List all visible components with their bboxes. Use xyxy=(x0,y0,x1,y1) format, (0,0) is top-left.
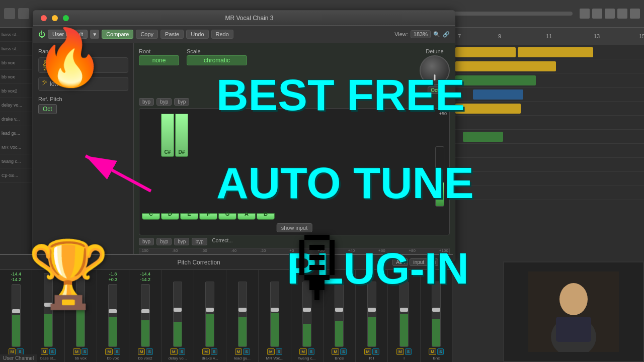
fire-emoji: 🔥 xyxy=(35,25,104,90)
ch-solo-2[interactable]: S xyxy=(49,348,56,355)
paste-button[interactable]: Paste xyxy=(160,30,184,39)
detune-oct-button[interactable]: Oct xyxy=(428,86,442,94)
copy-button[interactable]: Copy xyxy=(136,30,158,39)
daw-transport-4[interactable] xyxy=(617,9,627,19)
ch-fader-green-bnc xyxy=(432,319,440,346)
ch-fader-9[interactable] xyxy=(270,282,279,347)
ch-solo-bnce[interactable]: S xyxy=(340,348,347,355)
view-controls: View: 183% 🔍 🔗 xyxy=(394,30,450,38)
ch-solo-10[interactable]: S xyxy=(308,348,314,355)
byp-button-2[interactable]: byp xyxy=(156,98,172,106)
byp-button-1[interactable]: byp xyxy=(139,98,154,106)
redo-button[interactable]: Redo xyxy=(211,30,233,39)
ch-name-7: drake v... xyxy=(195,356,225,360)
zoom-icon[interactable]: 🔍 xyxy=(433,31,440,38)
root-value[interactable]: none xyxy=(139,55,179,65)
mixer-controls: Aux input ⊞ ≡ xyxy=(392,258,448,266)
minimize-button[interactable] xyxy=(52,15,58,21)
aux-button[interactable]: Aux xyxy=(392,258,408,266)
channel-strip-bnc: M S Bnc xyxy=(421,270,453,362)
ch-fader-8[interactable] xyxy=(238,282,247,347)
ch-solo-9[interactable]: S xyxy=(276,348,282,355)
pitch-meter-fill xyxy=(436,183,444,206)
byp-btn-2-3[interactable]: byp xyxy=(174,238,189,245)
ch-name-9: MR Voc... xyxy=(260,356,289,360)
daw-transport-3[interactable] xyxy=(605,9,615,19)
ch-fader-7[interactable] xyxy=(205,282,214,347)
ch-solo-i[interactable]: S xyxy=(405,348,412,355)
ch-solo-5[interactable]: S xyxy=(146,348,152,355)
ch-fader-handle-9 xyxy=(271,308,279,312)
ch-mute-4[interactable]: M xyxy=(105,348,113,355)
ch-mute-2[interactable]: M xyxy=(41,348,48,355)
daw-transport-1[interactable] xyxy=(580,9,590,19)
ch-fader-bnc[interactable] xyxy=(432,282,441,347)
ch-mute-8[interactable]: M xyxy=(235,348,243,355)
ch-fader-4[interactable] xyxy=(108,284,117,347)
ch-solo-4[interactable]: S xyxy=(114,348,120,355)
ch-buttons-2: M S xyxy=(41,348,56,355)
white-key-g[interactable]: G xyxy=(218,213,236,220)
ch-name-bnc: Bnc xyxy=(422,356,451,360)
white-key-f[interactable]: F xyxy=(199,213,217,220)
byp-btn-2-1[interactable]: byp xyxy=(139,238,154,245)
ch-mute-bnc[interactable]: M xyxy=(429,348,436,355)
byp-button-3[interactable]: byp xyxy=(174,98,189,106)
ch-name-ri: R I xyxy=(357,356,386,360)
ch-buttons-7: M S xyxy=(202,348,217,355)
ch-mute-3[interactable]: M xyxy=(73,348,80,355)
ch-mute-bnce[interactable]: M xyxy=(332,348,339,355)
ch-mute-7[interactable]: M xyxy=(202,348,210,355)
ch-fader-6[interactable] xyxy=(173,282,182,347)
daw-track-row-6 xyxy=(453,116,644,130)
plus50-label: +50 xyxy=(439,111,447,116)
maximize-button[interactable] xyxy=(63,15,69,21)
black-key-cs[interactable]: C# xyxy=(161,114,174,157)
byp-btn-2-4[interactable]: byp xyxy=(192,238,207,245)
ch-fader-i[interactable] xyxy=(399,282,409,347)
daw-transport-5[interactable] xyxy=(630,9,640,19)
ch-solo-bnc[interactable]: S xyxy=(437,348,444,355)
ch-solo-6[interactable]: S xyxy=(179,348,185,355)
daw-track-row-8 xyxy=(453,144,644,158)
ch-solo-3[interactable]: S xyxy=(82,348,88,355)
detune-knob[interactable] xyxy=(420,55,450,85)
byp-btn-2-2[interactable]: byp xyxy=(156,238,172,245)
ch-solo-ri[interactable]: S xyxy=(372,348,379,355)
ch-level-5: -14.4 -14.2 xyxy=(140,272,151,283)
white-key-a[interactable]: A xyxy=(237,213,256,220)
ch-mute-10[interactable]: M xyxy=(299,348,307,355)
ch-mute-5[interactable]: M xyxy=(138,348,145,355)
ch-mute-9[interactable]: M xyxy=(267,348,275,355)
link-icon[interactable]: 🔗 xyxy=(443,31,450,38)
white-key-d[interactable]: D xyxy=(161,213,179,220)
ch-fader-handle-i xyxy=(400,308,408,312)
compare-button[interactable]: Compare xyxy=(102,30,133,39)
close-button[interactable] xyxy=(41,15,47,21)
ch-mute-6[interactable]: M xyxy=(170,348,178,355)
ch-fader-green-1 xyxy=(12,315,20,346)
daw-transport-2[interactable] xyxy=(592,9,602,19)
grid-view-button[interactable]: ⊞ xyxy=(429,258,438,266)
white-key-b[interactable]: B xyxy=(257,213,275,220)
input-button[interactable]: input xyxy=(410,258,428,266)
ch-solo-8[interactable]: S xyxy=(243,348,250,355)
black-keys-row: C# D# xyxy=(142,114,434,157)
ch-mute-ri[interactable]: M xyxy=(364,348,372,355)
ch-fader-1[interactable] xyxy=(12,284,21,347)
detune-label: Detune xyxy=(426,48,443,54)
list-view-button[interactable]: ≡ xyxy=(440,258,448,266)
piano-area[interactable]: +50 C# D# xyxy=(139,108,450,235)
scale-value[interactable]: chromatic xyxy=(187,55,247,65)
black-key-ds[interactable]: D# xyxy=(175,114,188,157)
oct-button[interactable]: Oct xyxy=(38,104,57,114)
white-key-c[interactable]: C xyxy=(142,213,160,220)
ch-fader-ri[interactable] xyxy=(367,282,376,347)
ch-fader-5[interactable] xyxy=(141,284,150,347)
white-key-e[interactable]: E xyxy=(180,213,198,220)
ch-solo-7[interactable]: S xyxy=(211,348,217,355)
ch-fader-handle-bnc xyxy=(432,308,440,312)
ch-mute-i[interactable]: M xyxy=(396,348,404,355)
undo-button[interactable]: Undo xyxy=(186,30,208,39)
ruler-mark-7: 7 xyxy=(458,33,461,39)
